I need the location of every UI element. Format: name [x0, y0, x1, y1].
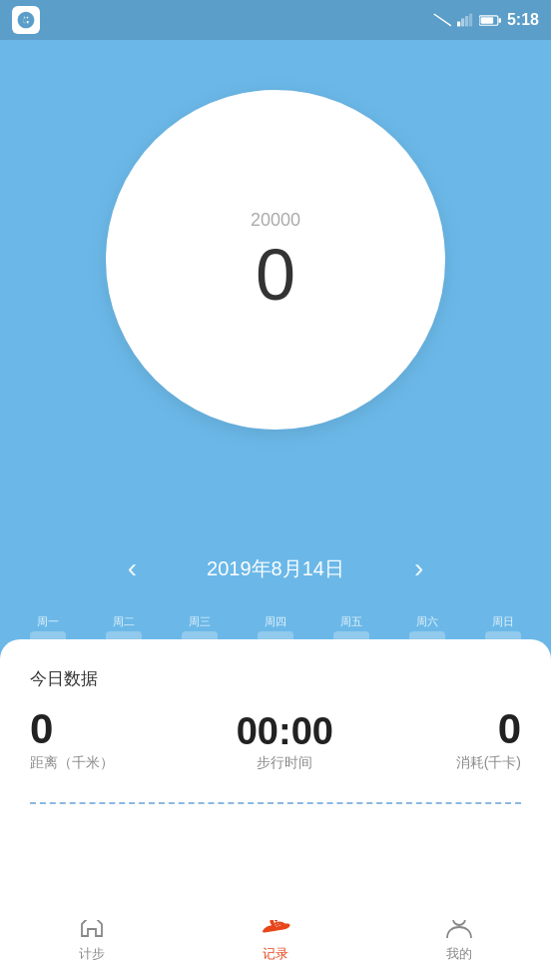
app-icon: ✈	[12, 6, 40, 34]
steps-count: 0	[256, 239, 295, 311]
stats-card: 今日数据 0 距离（千米） 00:00 步行时间 0 消耗(千卡)	[0, 639, 551, 920]
svg-rect-7	[481, 17, 494, 23]
date-navigation: ‹ 2019年8月14日 ›	[0, 547, 551, 589]
svg-rect-4	[469, 14, 472, 27]
nav-label-wode: 我的	[446, 945, 472, 963]
distance-stat: 0 距离（千米）	[30, 708, 114, 772]
svg-rect-2	[461, 18, 464, 26]
calories-stat: 0 消耗(千卡)	[456, 708, 521, 772]
stats-row: 0 距离（千米） 00:00 步行时间 0 消耗(千卡)	[30, 708, 521, 772]
divider-line	[30, 802, 521, 804]
walk-time-label: 步行时间	[257, 754, 312, 772]
steps-circle: 20000 0	[106, 90, 445, 430]
status-bar-right: 5:18	[433, 11, 539, 29]
next-date-button[interactable]: ›	[404, 547, 433, 589]
status-bar: ✈ 5:18	[0, 0, 551, 40]
distance-value: 0	[30, 708, 53, 750]
status-bar-left: ✈	[12, 6, 40, 34]
walk-time-value: 00:00	[237, 712, 333, 750]
nav-label-jibu: 计步	[79, 945, 105, 963]
svg-rect-6	[499, 18, 501, 23]
distance-label: 距离（千米）	[30, 754, 114, 772]
nav-label-jilu: 记录	[263, 945, 288, 963]
calories-label: 消耗(千卡)	[456, 754, 521, 772]
goal-label: 20000	[251, 210, 300, 231]
time-display: 5:18	[507, 11, 539, 29]
walk-time-stat: 00:00 步行时间	[237, 712, 333, 772]
current-date: 2019年8月14日	[207, 555, 344, 582]
main-blue-area: 20000 0 ‹ 2019年8月14日 › 周一 周二 周三 周四 周五	[0, 40, 551, 659]
prev-date-button[interactable]: ‹	[118, 547, 147, 589]
svg-rect-1	[457, 22, 460, 27]
svg-rect-3	[465, 16, 468, 26]
today-data-title: 今日数据	[30, 667, 521, 690]
calories-value: 0	[498, 708, 521, 750]
